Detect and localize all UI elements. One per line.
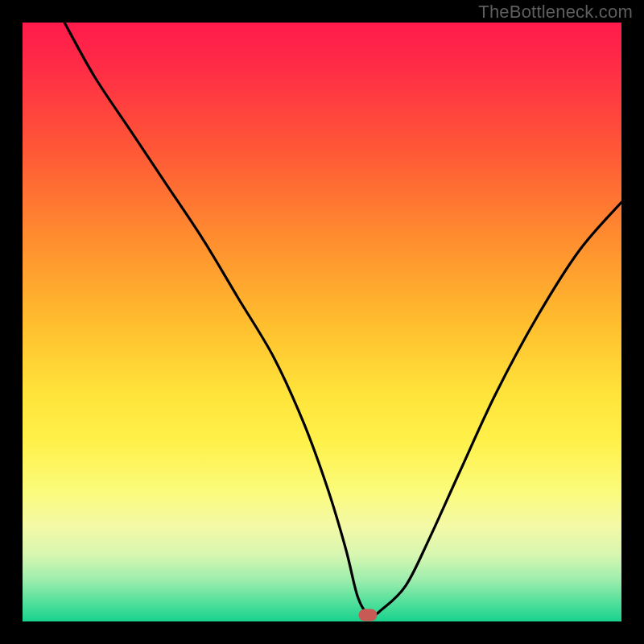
optimal-point-marker	[359, 609, 378, 621]
chart-frame: TheBottleneck.com	[0, 0, 644, 644]
watermark-text: TheBottleneck.com	[478, 2, 633, 23]
plot-area	[23, 23, 621, 621]
bottleneck-curve	[23, 23, 621, 621]
